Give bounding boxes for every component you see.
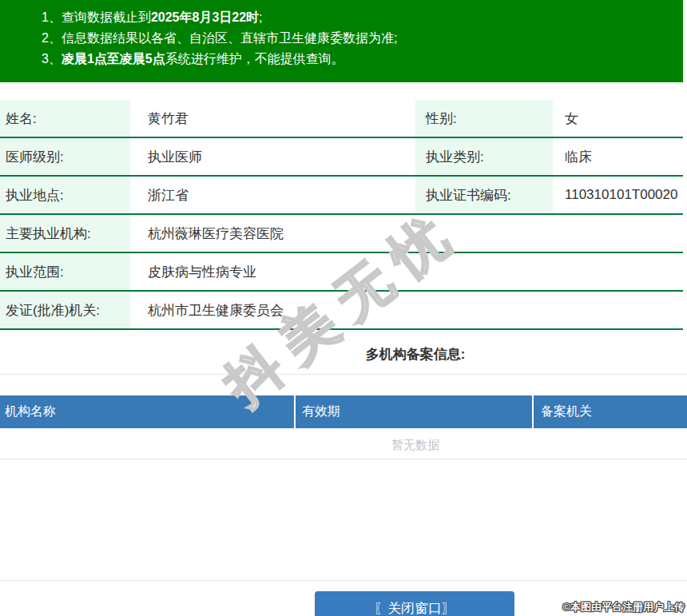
- upload-credit-watermark: ©本图由平台注册用户上传: [562, 600, 685, 614]
- notice-line-3: 3、凌晨1点至凌晨5点系统进行维护，不能提供查询。: [42, 49, 683, 70]
- column-header-institution-name: 机构名称: [0, 395, 296, 428]
- field-label-issuing-authority: 发证(批准)机关:: [0, 292, 130, 328]
- field-label-certificate-code: 执业证书编码:: [415, 177, 553, 213]
- table-row-main-institution: 主要执业机构: 杭州薇琳医疗美容医院: [0, 215, 683, 253]
- notice-text-bold: 2025年8月3日22时: [151, 10, 259, 24]
- divider: [0, 459, 687, 459]
- field-label-practice-scope: 执业范围:: [0, 253, 130, 290]
- notice-line-number: 1、: [42, 10, 62, 24]
- notice-text: 系统进行维护，不能提供查询。: [165, 52, 344, 66]
- table-row-practice-scope: 执业范围: 皮肤病与性病专业: [0, 253, 683, 292]
- field-value-doctor-level: 执业医师: [130, 138, 415, 175]
- divider: [0, 580, 687, 581]
- table-row-location-certificate: 执业地点: 浙江省 执业证书编码: 110310101T00020: [0, 177, 683, 215]
- empty-data-placeholder: 暂无数据: [0, 437, 687, 453]
- field-label-name: 姓名:: [0, 100, 130, 137]
- notice-text: 查询数据截止到: [62, 10, 151, 24]
- notice-line-1: 1、查询数据截止到2025年8月3日22时;: [42, 7, 683, 28]
- field-value-practice-location: 浙江省: [130, 177, 415, 213]
- notice-text-bold: 凌晨1点至凌晨5点: [62, 52, 165, 66]
- notice-text: 信息数据结果以各省、自治区、直辖市卫生健康委数据为准;: [62, 31, 397, 45]
- column-header-record-authority: 备案机关: [534, 395, 687, 428]
- doctor-info-table: 姓名: 黄竹君 性别: 女 医师级别: 执业医师 执业类别: 临床 执业地点: …: [0, 100, 683, 330]
- table-row-name-gender: 姓名: 黄竹君 性别: 女: [0, 100, 683, 138]
- field-value-name: 黄竹君: [130, 100, 415, 137]
- field-value-practice-category: 临床: [553, 138, 683, 175]
- notice-line-2: 2、信息数据结果以各省、自治区、直辖市卫生健康委数据为准;: [42, 28, 683, 49]
- field-value-certificate-code: 110310101T00020: [553, 177, 683, 213]
- field-value-gender: 女: [553, 100, 683, 137]
- field-label-practice-location: 执业地点:: [0, 177, 130, 213]
- close-window-button[interactable]: 〖关闭窗口〗: [315, 591, 514, 616]
- field-label-practice-category: 执业类别:: [415, 138, 553, 175]
- table-row-issuing-authority: 发证(批准)机关: 杭州市卫生健康委员会: [0, 292, 683, 330]
- field-value-practice-scope: 皮肤病与性病专业: [130, 253, 683, 290]
- notice-banner: 1、查询数据截止到2025年8月3日22时; 2、信息数据结果以各省、自治区、直…: [0, 0, 683, 82]
- field-label-main-institution: 主要执业机构:: [0, 215, 130, 252]
- record-table-header: 机构名称 有效期 备案机关: [0, 395, 687, 428]
- notice-line-number: 3、: [42, 52, 62, 66]
- table-row-level-category: 医师级别: 执业医师 执业类别: 临床: [0, 138, 683, 177]
- field-label-doctor-level: 医师级别:: [0, 138, 130, 175]
- divider: [0, 374, 687, 375]
- field-value-issuing-authority: 杭州市卫生健康委员会: [130, 292, 683, 328]
- field-value-main-institution: 杭州薇琳医疗美容医院: [130, 215, 683, 252]
- column-header-validity-period: 有效期: [296, 395, 534, 428]
- notice-text: ;: [259, 10, 262, 24]
- notice-line-number: 2、: [42, 31, 62, 45]
- field-label-gender: 性别:: [415, 100, 553, 137]
- doctor-registration-query-result-page: 1、查询数据截止到2025年8月3日22时; 2、信息数据结果以各省、自治区、直…: [0, 0, 687, 616]
- multi-institution-section-title: 多机构备案信息:: [0, 345, 687, 364]
